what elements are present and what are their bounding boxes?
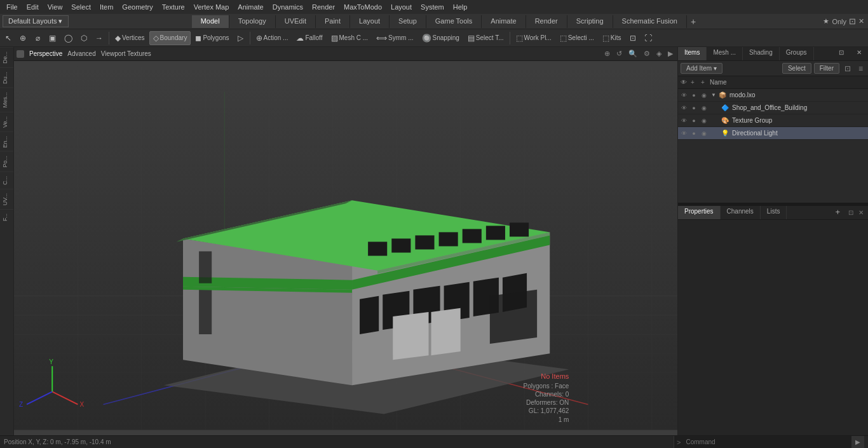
- vp-tool-reset[interactable]: ↺: [614, 49, 624, 58]
- item-eye3-light[interactable]: ◉: [700, 130, 709, 137]
- menu-select[interactable]: Select: [67, 2, 95, 12]
- item-row-texture[interactable]: 👁 ● ◉ 🎨 Texture Group: [678, 114, 868, 127]
- tool-boundary[interactable]: ◇ Boundary: [149, 31, 191, 45]
- tool-arrow[interactable]: →: [92, 31, 107, 45]
- item-triangle-root[interactable]: ▼: [711, 92, 717, 98]
- menu-animate[interactable]: Animate: [234, 2, 267, 12]
- item-eye-texture[interactable]: 👁: [679, 118, 688, 124]
- add-item-button[interactable]: Add Item ▾: [681, 63, 722, 74]
- tool-maximize[interactable]: ⛶: [641, 31, 656, 45]
- scene-canvas[interactable]: X Y Z No Items Polygons : Face Channels:…: [14, 61, 677, 435]
- menu-vertex-map[interactable]: Vertex Map: [190, 2, 233, 12]
- viewport[interactable]: Perspective Advanced Viewport Textures ⊕…: [14, 47, 677, 435]
- menu-view[interactable]: View: [44, 2, 67, 12]
- item-eye-shop[interactable]: 👁: [679, 105, 688, 111]
- sidebar-tab-c[interactable]: C...: [0, 172, 13, 189]
- item-eye2-texture[interactable]: ●: [689, 118, 698, 124]
- vp-tool-layers[interactable]: ◈: [654, 49, 663, 58]
- layout-tab-animate[interactable]: Animate: [482, 15, 526, 28]
- tool-select-t[interactable]: ▤ Select T...: [464, 31, 508, 45]
- tool-paint[interactable]: ⬡: [77, 31, 91, 45]
- layout-tab-render[interactable]: Render: [526, 15, 567, 28]
- props-close-btn[interactable]: ✕: [857, 208, 865, 217]
- menu-system[interactable]: System: [417, 2, 448, 12]
- vp-label-viewport-textures[interactable]: Viewport Textures: [101, 50, 151, 57]
- layout-tab-paint[interactable]: Paint: [316, 15, 350, 28]
- tool-lasso[interactable]: ⌀: [31, 31, 44, 45]
- menu-item[interactable]: Item: [96, 2, 117, 12]
- command-input[interactable]: [683, 436, 851, 449]
- item-eye-root[interactable]: 👁: [679, 92, 688, 98]
- tool-mesh-c[interactable]: ▨ Mesh C ...: [327, 31, 372, 45]
- prop-tab-lists[interactable]: Lists: [761, 206, 787, 219]
- sidebar-tab-vert[interactable]: Ve...: [0, 112, 13, 132]
- item-eye3-root[interactable]: ◉: [700, 92, 709, 98]
- item-eye2-root[interactable]: ●: [689, 92, 698, 98]
- items-select-button[interactable]: Select: [782, 63, 811, 74]
- menu-help[interactable]: Help: [449, 2, 471, 12]
- viewport-toggle[interactable]: [17, 50, 24, 58]
- tool-viewport-icon[interactable]: ⊡: [626, 31, 640, 45]
- items-filter-button[interactable]: Filter: [814, 63, 839, 74]
- item-eye2-light[interactable]: ●: [689, 130, 698, 137]
- tool-work-pl[interactable]: ⬚ Work Pl...: [512, 31, 555, 45]
- tool-snapping[interactable]: 🔘 Snapping: [418, 31, 463, 45]
- vp-tool-maximize[interactable]: ⊕: [602, 49, 612, 58]
- menu-geometry[interactable]: Geometry: [118, 2, 156, 12]
- tool-symm[interactable]: ⟺ Symm ...: [372, 31, 417, 45]
- tool-edge[interactable]: ▷: [234, 31, 248, 45]
- prop-tab-properties[interactable]: Properties: [678, 206, 721, 219]
- menu-layout[interactable]: Layout: [387, 2, 416, 12]
- layout-tab-schematic-fusion[interactable]: Schematic Fusion: [613, 15, 687, 28]
- item-eye3-shop[interactable]: ◉: [700, 105, 709, 111]
- maximize-layout-btn[interactable]: ⊡: [849, 17, 856, 26]
- layout-tab-model[interactable]: Model: [192, 15, 229, 28]
- item-row-shop[interactable]: 👁 ● ◉ 🔷 Shop_and_Office_Building: [678, 102, 868, 114]
- menu-dynamics[interactable]: Dynamics: [269, 2, 307, 12]
- layout-tab-uvedit[interactable]: UVEdit: [276, 15, 316, 28]
- sidebar-tab-dup[interactable]: Du...: [0, 67, 13, 88]
- item-eye-light[interactable]: 👁: [679, 130, 688, 137]
- tool-falloff[interactable]: ☁ Falloff: [292, 31, 326, 45]
- vp-label-perspective[interactable]: Perspective: [29, 50, 62, 57]
- tool-move[interactable]: ⊕: [16, 31, 30, 45]
- menu-edit[interactable]: Edit: [23, 2, 43, 12]
- sidebar-tab-mes[interactable]: Mes...: [0, 88, 13, 112]
- star-only-label[interactable]: Only: [832, 18, 846, 25]
- menu-texture[interactable]: Texture: [158, 2, 189, 12]
- props-expand-btn[interactable]: ⊡: [846, 208, 855, 217]
- tool-select-arrow[interactable]: ↖: [1, 31, 15, 45]
- layout-tab-topology[interactable]: Topology: [229, 15, 276, 28]
- tab-groups[interactable]: Groups: [780, 47, 814, 60]
- tool-action[interactable]: ⊕ Action ...: [252, 31, 292, 45]
- tool-rect[interactable]: ▣: [45, 31, 60, 45]
- default-layouts-dropdown[interactable]: Default Layouts ▾: [3, 15, 69, 27]
- add-layout-button[interactable]: +: [687, 15, 700, 28]
- sidebar-tab-uv[interactable]: UV...: [0, 189, 13, 209]
- layout-tab-game-tools[interactable]: Game Tools: [426, 15, 482, 28]
- items-menu-icon[interactable]: ≡: [856, 63, 865, 74]
- layout-tab-scripting[interactable]: Scripting: [567, 15, 613, 28]
- menu-maxtomodo[interactable]: MaxToModo: [340, 2, 386, 12]
- tab-items[interactable]: Items: [678, 47, 707, 60]
- command-run-button[interactable]: ▶: [851, 436, 864, 449]
- item-row-light[interactable]: 👁 ● ◉ 💡 Directional Light: [678, 127, 868, 140]
- close-layout-btn[interactable]: ✕: [858, 17, 864, 25]
- prop-tab-channels[interactable]: Channels: [721, 206, 761, 219]
- tab-close[interactable]: ✕: [850, 47, 868, 60]
- tool-polygons[interactable]: ◼ Polygons: [191, 31, 233, 45]
- vp-tool-search[interactable]: 🔍: [627, 49, 639, 58]
- tool-circle[interactable]: ◯: [60, 31, 76, 45]
- menu-render[interactable]: Render: [308, 2, 339, 12]
- props-add-button[interactable]: +: [831, 206, 844, 219]
- menu-file[interactable]: File: [3, 2, 22, 12]
- sidebar-tab-env[interactable]: En...: [0, 132, 13, 152]
- tool-selecti[interactable]: ⬚ Selecti ...: [556, 31, 598, 45]
- vp-label-advanced[interactable]: Advanced: [67, 50, 95, 57]
- items-expand-icon[interactable]: ⊡: [842, 63, 853, 74]
- item-eye3-texture[interactable]: ◉: [700, 118, 709, 124]
- layout-tab-setup[interactable]: Setup: [390, 15, 426, 28]
- item-eye2-shop[interactable]: ●: [689, 105, 698, 111]
- sidebar-tab-f[interactable]: F...: [0, 209, 13, 225]
- vp-tool-settings[interactable]: ⚙: [642, 49, 652, 58]
